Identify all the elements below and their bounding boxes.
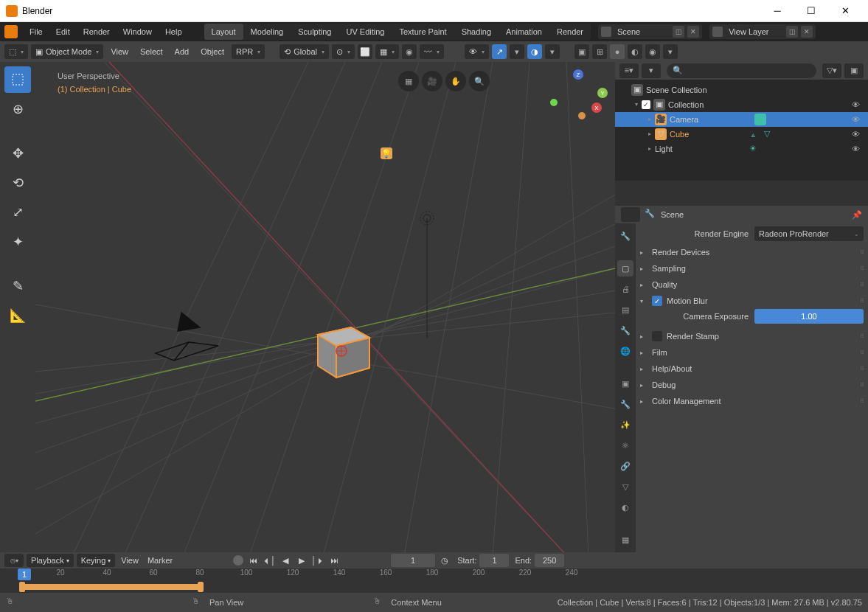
hdr-view[interactable]: View <box>106 47 133 56</box>
end-frame[interactable]: 250 <box>535 554 564 567</box>
scroll-handle-right[interactable] <box>198 582 204 592</box>
play-reverse[interactable]: ◀ <box>279 554 292 567</box>
snap-toggle[interactable]: ⬜ <box>358 44 372 59</box>
shade-rendered[interactable]: ◉ <box>645 44 660 59</box>
proptab-texture[interactable]: ▦ <box>617 532 633 548</box>
outliner-item-light[interactable]: ▸ 💡 Light ☀ 👁 <box>615 142 868 156</box>
visibility-icon[interactable]: 👁 <box>849 115 862 124</box>
pin-icon[interactable]: 📌 <box>852 210 862 220</box>
shade-opts[interactable]: ▾ <box>663 44 678 59</box>
render-stamp-checkbox[interactable] <box>652 331 662 341</box>
hdr-select[interactable]: Select <box>136 47 167 56</box>
tab-uv[interactable]: UV Editing <box>338 24 392 40</box>
tool-select-box[interactable] <box>4 66 31 93</box>
tool-move[interactable]: ✥ <box>4 140 31 167</box>
section-quality[interactable]: ▸Quality⠿ <box>640 277 864 293</box>
outliner-collection[interactable]: ▾ ✓ ▣ Collection 👁 <box>615 97 868 112</box>
tab-animation[interactable]: Animation <box>499 24 549 40</box>
tab-texture[interactable]: Texture Paint <box>392 24 454 40</box>
jump-end[interactable]: ⏭ <box>327 554 341 567</box>
play[interactable]: ▶ <box>295 554 308 567</box>
menu-file[interactable]: File <box>24 24 49 39</box>
pivot-select[interactable]: ⊙▾ <box>332 44 355 59</box>
tab-render[interactable]: Render <box>549 24 591 40</box>
disclosure-icon[interactable]: ▸ <box>645 131 655 137</box>
gizmo-neg-axis-1[interactable] <box>550 99 558 106</box>
disclosure-icon[interactable]: ▸ <box>645 145 655 152</box>
gizmo-toggle[interactable]: ↗ <box>492 44 507 59</box>
proptab-output[interactable]: 🖨 <box>617 281 633 297</box>
tool-rotate[interactable]: ⟲ <box>4 170 31 196</box>
outliner[interactable]: ▣ Scene Collection ▾ ✓ ▣ Collection 👁 ▸ … <box>615 80 868 181</box>
motion-blur-checkbox[interactable]: ✓ <box>652 296 662 306</box>
section-debug[interactable]: ▸Debug⠿ <box>640 377 864 393</box>
scroll-range[interactable] <box>21 584 201 590</box>
outliner-scene-collection[interactable]: ▣ Scene Collection <box>615 83 868 97</box>
proptab-constraint[interactable]: 🔗 <box>617 458 633 474</box>
menu-edit[interactable]: Edit <box>50 24 76 39</box>
editor-type-button[interactable]: ⬚▾ <box>4 44 28 59</box>
viewlayer-selector[interactable]: View Layer ◫ ✕ <box>709 24 816 39</box>
camera-object[interactable] <box>152 309 226 361</box>
current-frame[interactable]: 1 <box>391 554 435 567</box>
outliner-search[interactable]: 🔍 <box>667 63 816 78</box>
vp-view-camera-button[interactable]: 🎥 <box>422 71 442 91</box>
viewlayer-new-button[interactable]: ◫ <box>786 26 798 38</box>
tool-measure[interactable]: 📐 <box>4 302 31 329</box>
mode-select[interactable]: ▣ Object Mode▾ <box>31 44 103 59</box>
preview-range-icon[interactable]: ◷ <box>438 554 451 567</box>
tool-cursor[interactable]: ⊕ <box>4 96 31 122</box>
maximize-button[interactable]: ☐ <box>794 0 828 22</box>
gizmo-x-axis[interactable]: X <box>591 102 602 113</box>
section-help[interactable]: ▸Help/About⠿ <box>640 361 864 377</box>
hdr-object[interactable]: Object <box>196 47 229 56</box>
tool-scale[interactable]: ⤢ <box>4 199 31 226</box>
jump-prev-key[interactable]: ⏴│ <box>263 554 276 567</box>
visibility-select[interactable]: 👁▾ <box>465 44 489 59</box>
minimize-button[interactable]: ─ <box>760 0 794 22</box>
orientation-gizmo[interactable]: Z Y X <box>549 69 608 128</box>
overlay-toggle[interactable]: ◑ <box>527 44 542 59</box>
outliner-new-collection[interactable]: ▣ <box>844 63 864 78</box>
xray-toggle[interactable]: ▣ <box>574 44 589 59</box>
proptab-data[interactable]: ▽ <box>617 479 633 495</box>
shade-solid[interactable]: ● <box>610 44 625 59</box>
close-button[interactable]: ✕ <box>828 0 862 22</box>
jump-next-key[interactable]: │⏵ <box>311 554 324 567</box>
timeline-track[interactable]: 1 20 40 60 80 100 120 140 160 180 200 22… <box>0 568 868 593</box>
proptab-modifier[interactable]: 🔧 <box>617 396 633 412</box>
vp-pan-button[interactable]: ✋ <box>445 71 466 91</box>
section-render-devices[interactable]: ▸Render Devices⠿ <box>640 244 864 260</box>
viewlayer-del-button[interactable]: ✕ <box>801 26 813 38</box>
scene-del-button[interactable]: ✕ <box>687 26 699 38</box>
proptab-particle[interactable]: ✨ <box>617 417 633 433</box>
proptab-physics[interactable]: ⚛ <box>617 437 633 453</box>
panel-divider[interactable] <box>615 181 868 206</box>
tab-shading[interactable]: Shading <box>454 24 499 40</box>
timeline-keying[interactable]: Keying▾ <box>77 554 116 567</box>
start-frame[interactable]: 1 <box>479 554 509 567</box>
section-film[interactable]: ▸Film⠿ <box>640 344 864 361</box>
hdr-rpr[interactable]: RPR▾ <box>232 44 265 59</box>
outliner-item-cube[interactable]: ▸ ▽ Cube ⟁ ▽ 👁 <box>615 127 868 142</box>
timeline-view[interactable]: View <box>118 556 142 565</box>
tab-sculpting[interactable]: Sculpting <box>291 24 338 40</box>
scroll-handle-left[interactable] <box>19 582 25 592</box>
scene-new-button[interactable]: ◫ <box>673 26 684 38</box>
snap-type[interactable]: ▦▾ <box>375 44 399 59</box>
proptab-render[interactable]: ▢ <box>617 260 633 277</box>
disclosure-icon[interactable]: ▸ <box>645 116 655 122</box>
timeline-playback[interactable]: Playback▾ <box>27 554 74 567</box>
shade-wire[interactable]: ⊞ <box>592 44 607 59</box>
outliner-item-camera[interactable]: ▸ 🎥 Camera 👁 <box>615 112 868 127</box>
properties-body[interactable]: Render Engine Radeon ProRender⌄ ▸Render … <box>636 223 868 552</box>
hdr-add[interactable]: Add <box>170 47 194 56</box>
outliner-display-mode[interactable]: ▾ <box>642 63 661 78</box>
timeline-scrollbar[interactable] <box>0 582 868 592</box>
tab-modeling[interactable]: Modeling <box>243 24 291 40</box>
menu-window[interactable]: Window <box>117 24 158 39</box>
gizmo-z-axis[interactable]: Z <box>573 69 583 80</box>
disclosure-icon[interactable]: ▾ <box>631 101 642 108</box>
visibility-icon[interactable]: 👁 <box>849 100 862 109</box>
visibility-icon[interactable]: 👁 <box>849 145 862 153</box>
